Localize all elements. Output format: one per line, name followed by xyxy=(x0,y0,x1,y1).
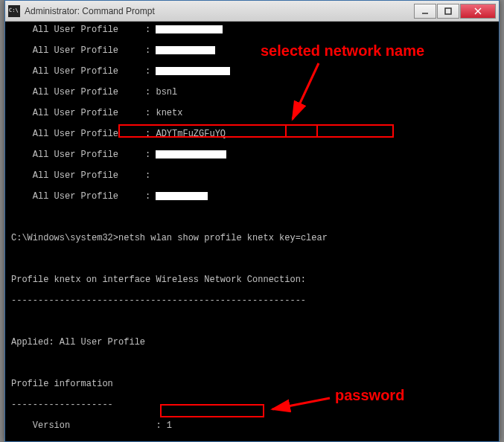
profile-row: All User Profile : xyxy=(11,45,493,56)
profile-row: All User Profile : knetx xyxy=(11,108,493,118)
maximize-button[interactable] xyxy=(437,4,459,19)
window-controls xyxy=(413,4,496,19)
applied-line: Applied: All User Profile xyxy=(11,337,493,347)
profile-row: All User Profile : xyxy=(11,170,493,181)
section-header: Profile information xyxy=(11,379,493,389)
minimize-button[interactable] xyxy=(414,4,436,19)
blank-line xyxy=(11,212,493,222)
kv-row: Version : 1 xyxy=(11,420,493,431)
divider: ----------------------------------------… xyxy=(11,295,493,306)
profile-row: All User Profile : xyxy=(11,25,493,35)
profile-row: All User Profile : ADYTmFuZGFuYQ xyxy=(11,129,493,139)
profile-row: All User Profile : xyxy=(11,191,493,202)
section-underline: ------------------- xyxy=(11,400,493,410)
profile-row: All User Profile : xyxy=(11,150,493,160)
output-header: Profile knetx on interface Wireless Netw… xyxy=(11,275,493,285)
titlebar[interactable]: Administrator: Command Prompt xyxy=(5,1,499,22)
window-title: Administrator: Command Prompt xyxy=(25,6,413,16)
blank-line xyxy=(11,316,493,327)
blank-line xyxy=(11,358,493,368)
terminal-output[interactable]: All User Profile : All User Profile : Al… xyxy=(5,22,499,441)
command-prompt-window: Administrator: Command Prompt All User P… xyxy=(4,0,500,442)
profile-row: All User Profile : bsnl xyxy=(11,87,493,97)
cmd-icon xyxy=(8,5,20,17)
profile-row: All User Profile : xyxy=(11,66,493,77)
command-line: C:\Windows\system32>netsh wlan show prof… xyxy=(11,233,493,243)
blank-line xyxy=(11,254,493,264)
svg-rect-1 xyxy=(445,8,451,14)
close-button[interactable] xyxy=(460,4,496,19)
